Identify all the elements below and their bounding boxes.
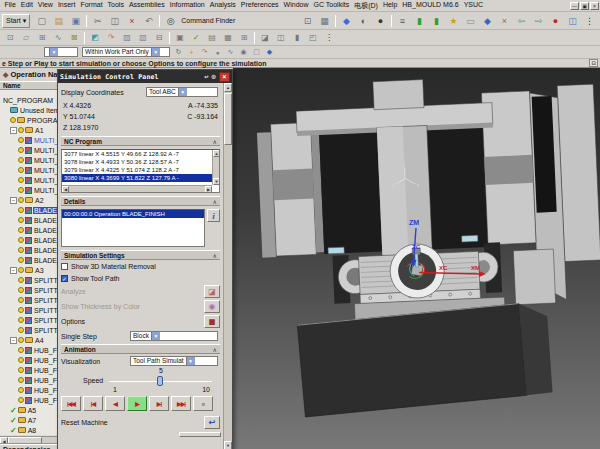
- scroll-right-icon[interactable]: ▶: [205, 186, 212, 193]
- menu-ysuc[interactable]: YSUC: [461, 1, 485, 11]
- command-finder-icon[interactable]: ◎: [163, 13, 178, 28]
- menu-edit[interactable]: Edit: [18, 1, 35, 11]
- status-lamp-icon[interactable]: [18, 297, 24, 303]
- scroll-left-icon[interactable]: ◀: [62, 186, 69, 193]
- layers-icon[interactable]: ◫: [565, 13, 580, 28]
- csys-icon[interactable]: ⊞: [35, 31, 49, 44]
- status-lamp-icon[interactable]: [18, 347, 24, 353]
- status-lamp-icon[interactable]: [18, 247, 24, 253]
- curve-snap-icon[interactable]: ∿: [225, 47, 236, 58]
- nc-program-line[interactable]: 3077 linear X 4.5515 Y 49.66 Z 128.92 A …: [62, 150, 212, 158]
- status-lamp-icon[interactable]: [18, 157, 24, 163]
- tool-path-row[interactable]: ✓ Show Tool Path: [61, 273, 220, 284]
- new-window-icon[interactable]: ▭: [463, 13, 478, 28]
- menu-information[interactable]: Information: [167, 1, 207, 11]
- information-button[interactable]: i: [207, 209, 220, 222]
- copy-icon[interactable]: ◫: [107, 13, 122, 28]
- menu-format[interactable]: Format: [78, 1, 105, 11]
- expand-toggle-icon[interactable]: −: [10, 197, 17, 204]
- undock-icon[interactable]: ↩: [204, 73, 208, 81]
- center-snap-icon[interactable]: ◉: [238, 47, 249, 58]
- play-backward-button[interactable]: ◀: [105, 396, 125, 411]
- new-file-icon[interactable]: ▢: [34, 13, 49, 28]
- step-forward-button[interactable]: ▶|: [149, 396, 169, 411]
- details-list[interactable]: 00:00:00.0 Operation BLADE_FINISH: [61, 209, 205, 247]
- step-back-button[interactable]: |◀: [83, 396, 103, 411]
- scroll-left-icon[interactable]: ◀: [0, 437, 8, 444]
- shaded-view-icon[interactable]: ◐: [356, 13, 371, 28]
- slider-thumb[interactable]: [157, 376, 163, 386]
- scroll-down-icon[interactable]: ▼: [224, 441, 232, 449]
- verify-toolpath-icon[interactable]: ✓: [189, 31, 203, 44]
- status-lamp-icon[interactable]: [18, 237, 24, 243]
- status-lamp-icon[interactable]: [18, 187, 24, 193]
- menu-d[interactable]: 电极(D): [352, 1, 381, 11]
- tool-path-checkbox[interactable]: ✓: [61, 275, 68, 282]
- status-lamp-icon[interactable]: [18, 127, 24, 133]
- view-cube-icon[interactable]: ◆: [339, 13, 354, 28]
- menu-hb-mould-m6-6[interactable]: HB_MOULD M6.6: [400, 1, 461, 11]
- refresh-icon[interactable]: ↻: [173, 47, 184, 58]
- expand-toggle-icon[interactable]: −: [10, 267, 17, 274]
- menu-assemblies[interactable]: Assemblies: [126, 1, 167, 11]
- status-lamp-icon[interactable]: [18, 197, 24, 203]
- toolbar2-overflow-icon[interactable]: ⋮: [322, 31, 336, 44]
- menu-tools[interactable]: Tools: [105, 1, 126, 11]
- status-lamp-icon[interactable]: [18, 387, 24, 393]
- selection-filter-dropdown[interactable]: ▼: [44, 47, 78, 57]
- status-lamp-icon[interactable]: [18, 287, 24, 293]
- list-toolpath-icon[interactable]: ▤: [205, 31, 219, 44]
- reset-machine-button[interactable]: ↩: [204, 416, 220, 429]
- status-lamp-icon[interactable]: [18, 207, 24, 213]
- details-section-header[interactable]: Details∧: [61, 196, 220, 206]
- render-style-icon[interactable]: ●: [373, 13, 388, 28]
- status-lamp-icon[interactable]: [18, 337, 24, 343]
- graphics-viewport[interactable]: Z X Y: [233, 68, 600, 449]
- display-mode-icon[interactable]: ⊡: [589, 59, 598, 67]
- status-lamp-icon[interactable]: [18, 317, 24, 323]
- expand-toggle-icon[interactable]: −: [10, 127, 17, 134]
- stop-button[interactable]: ■: [193, 396, 213, 411]
- nc-list-hscrollbar[interactable]: ◀ ▶: [62, 185, 212, 192]
- status-lamp-icon[interactable]: [18, 257, 24, 263]
- status-lamp-icon[interactable]: [18, 147, 24, 153]
- machine-sim-icon[interactable]: ▦: [221, 31, 235, 44]
- status-lamp-icon[interactable]: [18, 227, 24, 233]
- generate-toolpath-icon[interactable]: ▣: [173, 31, 187, 44]
- scroll-thumb[interactable]: [224, 93, 232, 145]
- options-button[interactable]: ▦: [204, 315, 220, 328]
- restore-button[interactable]: ▣: [580, 2, 589, 10]
- cut-icon[interactable]: ✂: [90, 13, 105, 28]
- dialog-scrollbar[interactable]: ▲ ▼: [223, 83, 232, 449]
- simulation-settings-section-header[interactable]: Simulation Settings∧: [61, 250, 220, 260]
- menu-file[interactable]: File: [2, 1, 18, 11]
- menu-help[interactable]: Help: [380, 1, 399, 11]
- open-icon[interactable]: ▤: [51, 13, 66, 28]
- animation-section-header[interactable]: Animation∧: [61, 344, 220, 354]
- verify-green-icon[interactable]: ▮: [412, 13, 427, 28]
- material-sphere-icon[interactable]: ●: [548, 13, 563, 28]
- redo-orange-icon[interactable]: ↷: [199, 47, 210, 58]
- close-button[interactable]: ×: [590, 2, 599, 10]
- dialog-options-icon[interactable]: ⊙: [212, 73, 216, 81]
- sphere-snap-icon[interactable]: ●: [212, 47, 223, 58]
- no-selection-icon[interactable]: ×: [497, 13, 512, 28]
- menu-insert[interactable]: Insert: [55, 1, 78, 11]
- copy-op-icon[interactable]: ◫: [274, 31, 288, 44]
- delete-icon[interactable]: ×: [124, 13, 139, 28]
- shaded-cube-icon[interactable]: ◆: [480, 13, 495, 28]
- status-lamp-icon[interactable]: [18, 357, 24, 363]
- menu-view[interactable]: View: [35, 1, 55, 11]
- curve-icon[interactable]: ∿: [51, 31, 65, 44]
- play-forward-button[interactable]: ▶: [127, 396, 147, 411]
- nc-program-line[interactable]: 3078 linear X 4.4933 Y 50.36 Z 128.57 A …: [62, 158, 212, 166]
- scroll-up-icon[interactable]: ▲: [213, 150, 220, 157]
- menu-window[interactable]: Window: [281, 1, 311, 11]
- nc-program-list[interactable]: 3077 linear X 4.5515 Y 49.66 Z 128.92 A …: [61, 149, 220, 193]
- nc-program-line[interactable]: 3079 linear X 4.4325 Y 51.074 Z 128.2 A …: [62, 166, 212, 174]
- transform-icon[interactable]: ↷: [104, 31, 118, 44]
- add-snap-icon[interactable]: +: [186, 47, 197, 58]
- nc-list-vscrollbar[interactable]: ▲ ▼: [212, 150, 219, 185]
- analyze-button[interactable]: ◪: [204, 285, 220, 298]
- point-icon[interactable]: ⊡: [3, 31, 17, 44]
